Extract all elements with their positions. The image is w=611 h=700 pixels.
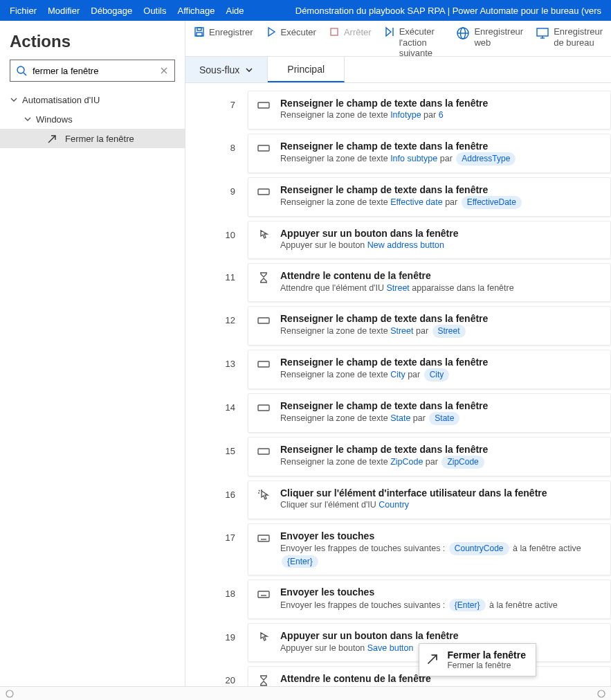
step-card[interactable]: Appuyer sur un bouton dans la fenêtreApp… [248,221,611,260]
svg-rect-22 [258,361,269,367]
step-description: Renseigner la zone de texte ZipCode par … [280,456,602,469]
link[interactable]: 6 [439,110,444,120]
field-icon [257,185,271,199]
variable-pill[interactable]: AddressType [456,152,516,165]
variable-pill[interactable]: {Enter} [282,555,318,568]
step-card[interactable]: Renseigner le champ de texte dans la fen… [248,393,611,433]
step-row[interactable]: 19Appuyer sur un bouton dans la fenêtreA… [185,621,611,664]
step-card[interactable]: Renseigner le champ de texte dans la fen… [248,350,611,389]
step-card[interactable]: Cliquer sur l'élément d'interface utilis… [248,481,611,519]
step-row[interactable]: 20Attendre le contenu de la fenêtreAtten… [185,664,611,686]
link[interactable]: Employee id [386,685,434,686]
link[interactable]: ZipCode [390,457,423,467]
menu-view[interactable]: Affichage [178,6,215,16]
step-body: Renseigner le champ de texte dans la fen… [280,356,602,382]
steps-list[interactable]: 7Renseigner le champ de texte dans la fe… [185,83,611,686]
step-number: 17 [185,521,248,578]
step-body: Renseigner le champ de texte dans la fen… [280,140,602,165]
search-input[interactable] [33,66,154,76]
link[interactable]: City [390,370,405,379]
step-row[interactable]: 7Renseigner le champ de texte dans la fe… [185,89,611,132]
step-row[interactable]: 17Envoyer les touchesEnvoyer les frappes… [185,521,611,578]
step-card[interactable]: Renseigner le champ de texte dans la fen… [248,91,611,129]
menu-file[interactable]: Fichier [10,6,37,16]
variable-pill[interactable]: Street [432,325,466,338]
step-card[interactable]: Envoyer les touchesEnvoyer les frappes d… [248,580,611,619]
subflow-dropdown[interactable]: Sous-flux [185,57,268,82]
step-row[interactable]: 10Appuyer sur un bouton dans la fenêtreA… [185,219,611,262]
save-label: Enregistrer [209,27,253,37]
step-row[interactable]: 16Cliquer sur l'élément d'interface util… [185,478,611,521]
flow-content: Enregistrer Exécuter Arrêter Exécute [185,21,611,686]
link[interactable]: Save button [367,643,414,653]
step-body: Renseigner le champ de texte dans la fen… [280,312,602,338]
run-next-button[interactable]: Exécuter l'action suivante [384,26,444,59]
flow-area: 7Renseigner le champ de texte dans la fe… [185,83,611,686]
variable-pill[interactable]: EffectiveDate [462,196,522,209]
step-title: Renseigner le champ de texte dans la fen… [280,400,602,412]
step-title: Appuyer sur un bouton dans la fenêtre [280,227,602,240]
desktop-recorder-button[interactable]: Enregistreur de bureau [536,26,603,48]
menu-tools[interactable]: Outils [143,6,166,16]
step-card[interactable]: Renseigner le champ de texte dans la fen… [248,437,611,476]
clear-search-icon[interactable] [159,66,169,75]
step-row[interactable]: 13Renseigner le champ de texte dans la f… [185,348,611,391]
link[interactable]: Street [390,326,413,336]
link[interactable]: Info subtype [390,154,437,163]
svg-rect-20 [258,189,269,195]
variable-pill[interactable]: City [424,368,450,382]
step-title: Attendre le contenu de la fenêtre [280,269,602,282]
step-card[interactable]: Renseigner le champ de texte dans la fen… [248,306,611,345]
search-input-wrap[interactable] [10,60,175,82]
step-card[interactable]: Renseigner le champ de texte dans la fen… [248,134,611,173]
svg-rect-6 [197,28,201,30]
step-title: Renseigner le champ de texte dans la fen… [280,443,602,456]
step-row[interactable]: 18Envoyer les touchesEnvoyer les frappes… [185,577,611,621]
menu-debug[interactable]: Débogage [91,6,132,16]
tree-node-ui-automation[interactable]: Automatisation d'IU [0,90,185,109]
stop-button[interactable]: Arrêter [329,26,372,37]
monitor-icon [536,26,549,40]
step-row[interactable]: 12Renseigner le champ de texte dans la f… [185,304,611,348]
desktop-recorder-label1: Enregistreur [554,26,603,37]
field-icon [257,357,271,371]
step-row[interactable]: 14Renseigner le champ de texte dans la f… [185,391,611,435]
tab-main[interactable]: Principal [268,57,345,82]
tree-node-windows[interactable]: Windows [0,109,185,129]
web-recorder-button[interactable]: Enregistreur web [456,26,523,48]
link[interactable]: New address button [367,240,444,250]
run-button[interactable]: Exécuter [266,26,316,37]
tree-leaf-close-window[interactable]: Fermer la fenêtre [0,129,185,148]
step-card[interactable]: Envoyer les touchesEnvoyer les frappes d… [248,523,611,576]
step-row[interactable]: 9Renseigner le champ de texte dans la fe… [185,175,611,219]
link[interactable]: State [390,413,410,423]
link[interactable]: Infotype [390,110,421,120]
variable-pill[interactable]: {Enter} [449,599,486,612]
step-body: Appuyer sur un bouton dans la fenêtreApp… [280,227,602,252]
save-button[interactable]: Enregistrer [194,26,253,37]
step-row[interactable]: 11Attendre le contenu de la fenêtreAtten… [185,261,611,304]
svg-rect-23 [258,405,269,411]
menu-edit[interactable]: Modifier [48,6,80,16]
step-description: Cliquer sur l'élément d'IU Country [280,499,602,512]
menu-help[interactable]: Aide [226,6,244,16]
step-card[interactable]: Attendre le contenu de la fenêtreAttendr… [248,263,611,302]
svg-rect-7 [197,33,202,36]
variable-pill[interactable]: CountryCode [449,542,509,555]
web-recorder-label2: web [474,37,523,48]
link[interactable]: Effective date [390,197,443,207]
titlebar: Fichier Modifier Débogage Outils Afficha… [0,0,611,21]
tabs-row: Sous-flux Principal [185,57,611,83]
variable-pill[interactable]: ZipCode [441,456,484,469]
globe-icon [456,26,470,40]
link[interactable]: Country [379,500,409,510]
step-number: 14 [185,391,248,435]
link[interactable]: Street [386,283,409,293]
step-row[interactable]: 8Renseigner le champ de texte dans la fe… [185,132,611,175]
step-card[interactable]: Renseigner le champ de texte dans la fen… [248,177,611,217]
step-body: Envoyer les touchesEnvoyer les frappes d… [280,530,602,568]
variable-pill[interactable]: State [429,412,459,425]
step-body: Renseigner le champ de texte dans la fen… [280,183,602,209]
stop-icon [329,26,340,37]
step-row[interactable]: 15Renseigner le champ de texte dans la f… [185,435,611,478]
